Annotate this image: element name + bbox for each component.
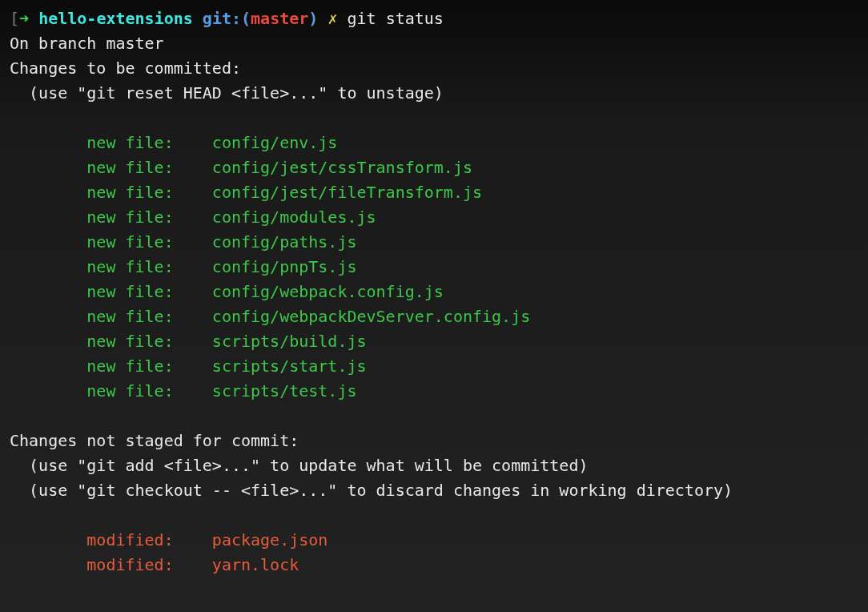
file-path: scripts/build.js [212,332,367,351]
paren-close: ) [308,9,318,28]
file-path: config/webpack.config.js [212,282,444,301]
staged-header: Changes to be committed: [10,56,858,81]
unstaged-hint-add: (use "git add <file>..." to update what … [10,453,858,478]
file-path: config/webpackDevServer.config.js [212,307,530,326]
file-path: scripts/test.js [212,381,357,401]
branch-info: On branch master [10,31,858,56]
arrow-icon: ➜ [19,9,29,28]
file-path: yarn.lock [212,555,299,574]
file-status-label: modified: [86,528,212,553]
file-status-label: new file: [86,131,212,155]
dirty-icon: ✗ [328,9,337,28]
file-status-label: new file: [86,255,212,280]
staged-files-list: new file:config/env.jsnew file:config/je… [10,131,858,404]
file-status-label: new file: [86,304,212,329]
file-path: scripts/start.js [212,356,367,376]
file-path: config/pnpTs.js [212,257,357,276]
staged-file-row: new file:config/modules.js [10,205,858,230]
file-status-label: new file: [86,205,212,230]
blank-line [10,404,858,429]
staged-file-row: new file:scripts/build.js [10,329,858,354]
staged-file-row: new file:config/jest/fileTransform.js [10,180,858,205]
file-path: package.json [212,530,328,550]
staged-file-row: new file:config/env.js [10,131,858,155]
staged-file-row: new file:config/webpackDevServer.config.… [10,304,858,329]
staged-hint: (use "git reset HEAD <file>..." to unsta… [10,81,858,106]
unstaged-file-row: modified:package.json [10,528,858,553]
prompt-line[interactable]: [➜ hello-extensions git:(master) ✗ git s… [10,6,858,31]
staged-file-row: new file:scripts/start.js [10,354,858,379]
file-status-label: new file: [86,230,212,255]
command-input[interactable]: git status [348,9,444,28]
unstaged-files-list: modified:package.jsonmodified:yarn.lock [10,528,858,578]
file-status-label: modified: [86,553,212,578]
blank-line [10,503,858,528]
file-status-label: new file: [86,180,212,205]
staged-file-row: new file:config/paths.js [10,230,858,255]
file-status-label: new file: [86,280,212,304]
branch-name: master [251,9,308,28]
staged-file-row: new file:config/pnpTs.js [10,255,858,280]
file-status-label: new file: [86,329,212,354]
file-path: config/jest/fileTransform.js [212,183,482,202]
prompt-bracket: [ [10,9,19,28]
unstaged-hint-checkout: (use "git checkout -- <file>..." to disc… [10,478,858,503]
unstaged-file-row: modified:yarn.lock [10,553,858,578]
file-path: config/jest/cssTransform.js [212,158,472,177]
unstaged-header: Changes not staged for commit: [10,429,858,453]
file-status-label: new file: [86,379,212,404]
directory-name: hello-extensions [38,9,193,28]
staged-file-row: new file:config/webpack.config.js [10,280,858,304]
blank-line [10,106,858,131]
paren-open: ( [241,9,251,28]
git-label: git: [203,9,241,28]
staged-file-row: new file:config/jest/cssTransform.js [10,155,858,180]
file-path: config/paths.js [212,232,357,252]
file-status-label: new file: [86,155,212,180]
staged-file-row: new file:scripts/test.js [10,379,858,404]
file-path: config/modules.js [212,207,376,227]
file-path: config/env.js [212,133,338,152]
file-status-label: new file: [86,354,212,379]
